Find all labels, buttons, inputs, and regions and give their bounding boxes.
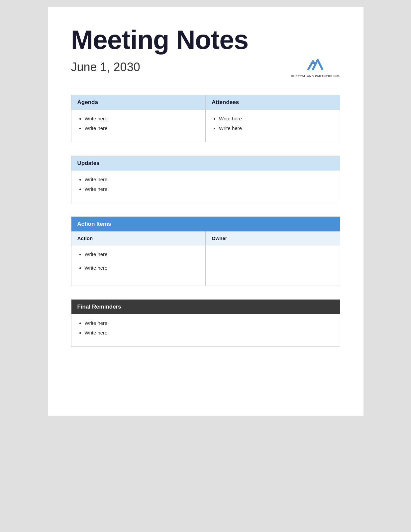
- logo-icon: [306, 57, 325, 72]
- updates-list: Write here Write here: [77, 176, 334, 193]
- document-page: Meeting Notes June 1, 2030 SHEETAL AND P…: [48, 7, 363, 416]
- action-items-header: Action Items: [71, 217, 340, 231]
- list-item: Write here: [85, 329, 334, 337]
- attendees-column: Attendees Write here Write here: [206, 95, 340, 142]
- document-header: Meeting Notes June 1, 2030 SHEETAL AND P…: [71, 27, 340, 78]
- action-items-section: Action Items Action Owner Write here Wri…: [71, 216, 340, 286]
- company-logo: SHEETAL AND PARTNERS INC.: [291, 57, 340, 78]
- action-list: Write here Write here: [77, 251, 200, 272]
- page-title: Meeting Notes: [71, 27, 340, 53]
- meeting-date: June 1, 2030: [71, 60, 140, 74]
- agenda-list: Write here Write here: [77, 115, 200, 132]
- list-item: Write here: [85, 125, 200, 132]
- attendees-list: Write here Write here: [212, 115, 334, 132]
- list-item: Write here: [85, 186, 334, 193]
- action-items-list-column: Write here Write here: [71, 245, 206, 286]
- list-item: Write here: [85, 320, 334, 327]
- final-reminders-section: Final Reminders Write here Write here: [71, 299, 340, 347]
- divider: [71, 88, 340, 88]
- agenda-header: Agenda: [71, 95, 206, 110]
- updates-header: Updates: [71, 156, 340, 171]
- updates-body: Write here Write here: [71, 171, 340, 203]
- attendees-header: Attendees: [206, 95, 340, 110]
- action-col-header: Action: [71, 231, 206, 245]
- final-reminders-list: Write here Write here: [77, 320, 334, 336]
- list-item: Write here: [85, 264, 200, 272]
- owner-col-header: Owner: [206, 231, 340, 245]
- list-item: Write here: [85, 251, 200, 258]
- owner-list-column: [206, 245, 340, 286]
- agenda-column: Agenda Write here Write here: [71, 95, 206, 142]
- date-row: June 1, 2030 SHEETAL AND PARTNERS INC.: [71, 57, 340, 78]
- list-item: Write here: [85, 176, 334, 184]
- action-subheader-row: Action Owner: [71, 231, 340, 245]
- list-item: Write here: [85, 115, 200, 123]
- agenda-attendees-section: Agenda Write here Write here Attendees W…: [71, 95, 340, 142]
- action-body: Write here Write here: [71, 245, 340, 286]
- final-reminders-header: Final Reminders: [71, 300, 340, 314]
- list-item: Write here: [219, 115, 334, 123]
- updates-section: Updates Write here Write here: [71, 156, 340, 203]
- agenda-body: Write here Write here: [71, 110, 206, 142]
- company-name: SHEETAL AND PARTNERS INC.: [291, 74, 340, 78]
- list-item: Write here: [219, 125, 334, 132]
- final-reminders-body: Write here Write here: [71, 314, 340, 346]
- attendees-body: Write here Write here: [206, 110, 340, 142]
